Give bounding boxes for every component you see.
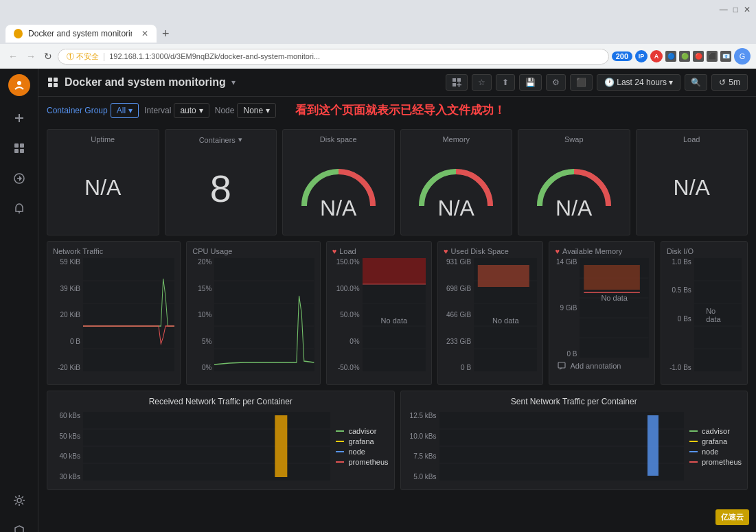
sidebar-item-shield[interactable]	[5, 517, 33, 532]
memory-title: Memory	[442, 135, 470, 143]
node-label: Node	[215, 106, 235, 115]
avail-mem-chart	[580, 258, 648, 358]
sidebar-item-settings[interactable]	[5, 487, 33, 514]
containers-title: Containers	[199, 136, 236, 144]
settings-button[interactable]: ⚙	[546, 74, 566, 91]
grafana-logo[interactable]	[8, 74, 30, 96]
uptime-value: N/A	[84, 175, 121, 200]
received-traffic-chart	[83, 412, 330, 481]
containers-arrow[interactable]: ▾	[238, 135, 242, 144]
ip-icon: IP	[635, 50, 648, 62]
zoom-button[interactable]: 🔍	[685, 74, 707, 91]
node-filter: Node None ▾	[215, 103, 276, 118]
load-chart-panel: ♥ Load 150.0% 100.0% 50.0% 0% -50.0%	[326, 241, 432, 385]
extension-icons: 🔵 🟢 🔴 ⬛ 📧	[665, 51, 731, 62]
share-button[interactable]: ⬆	[496, 74, 515, 91]
sent-legend-node: node	[689, 448, 742, 456]
sidebar-item-add[interactable]	[5, 104, 33, 132]
container-group-select[interactable]: All ▾	[111, 103, 139, 118]
disk-io-panel: Disk I/O 1.0 Bs 0.5 Bs 0 Bs -1.0 Bs	[661, 241, 748, 385]
network-traffic-panel: Network Traffic 59 KiB 39 KiB 20 KiB 0 B…	[47, 241, 181, 385]
minimize-button[interactable]: —	[720, 5, 728, 14]
maximize-button[interactable]: □	[733, 5, 738, 14]
tab-title: Docker and system monitoring	[28, 29, 132, 38]
avail-mem-title: Available Memory	[562, 247, 622, 255]
svg-rect-4	[14, 143, 19, 148]
clock-icon: 🕐	[604, 78, 615, 87]
star-button[interactable]: ☆	[472, 74, 492, 91]
svg-rect-35	[363, 258, 426, 284]
swap-value: N/A	[555, 196, 592, 221]
cpu-chart	[214, 258, 314, 371]
add-annotation-button[interactable]: Add annotation	[555, 360, 648, 371]
refresh-icon: ↺	[719, 78, 726, 87]
node-select[interactable]: None ▾	[237, 103, 276, 118]
refresh-nav-button[interactable]: ↻	[41, 48, 55, 65]
svg-rect-6	[14, 149, 19, 153]
sidebar-item-explore[interactable]	[5, 165, 33, 192]
load-heart-icon: ♥	[332, 247, 337, 255]
time-range-button[interactable]: 🕐 Last 24 hours ▾	[597, 74, 680, 91]
avail-mem-no-data: No data	[601, 294, 628, 302]
containers-value: 8	[210, 166, 231, 211]
sent-legend-prometheus: prometheus	[689, 458, 742, 466]
svg-marker-10	[19, 176, 22, 181]
refresh-button[interactable]: ↺ 5m	[711, 74, 748, 91]
network-traffic-title: Network Traffic	[53, 247, 103, 255]
memory-value: N/A	[438, 196, 474, 221]
svg-rect-14	[48, 78, 52, 82]
sidebar-item-dashboard[interactable]	[5, 135, 33, 162]
back-button[interactable]: ←	[5, 48, 21, 65]
sent-traffic-chart	[439, 412, 684, 481]
sent-legend-grafana: grafana	[689, 437, 742, 446]
legend-node: node	[336, 448, 388, 456]
tv-mode-button[interactable]: ⬛	[570, 74, 593, 91]
interval-select[interactable]: auto ▾	[174, 103, 209, 118]
load-title: Load	[683, 135, 700, 143]
used-disk-space-panel: ♥ Used Disk Space 931 GiB 698 GiB 466 Gi…	[437, 241, 543, 385]
containers-panel: Containers ▾ 8	[165, 129, 277, 235]
svg-point-1	[17, 81, 21, 85]
avail-mem-heart-icon: ♥	[555, 247, 560, 255]
cpu-usage-panel: CPU Usage 20% 15% 10% 5% 0%	[186, 241, 320, 385]
uptime-title: Uptime	[91, 135, 115, 143]
interval-label: Interval	[144, 106, 171, 115]
disk-space-panel: Disk space N/A	[282, 129, 395, 235]
forward-button[interactable]: →	[23, 48, 38, 65]
container-group-filter: Container Group All ▾	[47, 103, 139, 118]
disk-space-value: N/A	[320, 196, 356, 221]
svg-rect-61	[647, 415, 658, 476]
memory-panel: Memory N/A	[400, 129, 513, 235]
svg-point-13	[17, 498, 21, 502]
uptime-panel: Uptime N/A	[47, 129, 159, 235]
add-panel-icon	[452, 78, 461, 87]
network-traffic-chart	[83, 258, 174, 371]
user-avatar[interactable]: G	[734, 48, 751, 65]
add-panel-button[interactable]	[446, 74, 468, 91]
swap-panel: Swap N/A	[518, 129, 630, 235]
svg-rect-18	[453, 78, 456, 82]
svg-rect-48	[558, 362, 565, 368]
sent-legend-cadvisor: cadvisor	[689, 427, 742, 435]
svg-rect-41	[478, 265, 529, 287]
legend-grafana: grafana	[336, 437, 388, 446]
used-disk-chart	[474, 258, 537, 371]
annotation-icon	[558, 362, 566, 370]
new-tab-button[interactable]: +	[157, 27, 175, 41]
sidebar	[0, 69, 38, 532]
title-arrow-icon[interactable]: ▾	[231, 78, 236, 87]
disk-io-title: Disk I/O	[667, 247, 694, 255]
close-button[interactable]: ✕	[744, 5, 751, 14]
sidebar-item-alerts[interactable]	[5, 195, 33, 222]
load-panel: Load N/A	[636, 129, 748, 235]
svg-rect-57	[275, 415, 287, 477]
received-traffic-panel: Received Network Traffic per Container 6…	[47, 391, 395, 490]
save-button[interactable]: 💾	[519, 74, 542, 91]
received-traffic-title: Received Network Traffic per Container	[53, 397, 389, 406]
disk-io-no-data: No data	[706, 307, 730, 323]
abp-icon: A	[650, 50, 663, 62]
browser-tab[interactable]: Docker and system monitoring ✕	[5, 25, 157, 43]
swap-title: Swap	[564, 135, 584, 143]
tab-close-icon[interactable]: ✕	[141, 29, 148, 38]
load-chart-title: Load	[339, 247, 356, 255]
